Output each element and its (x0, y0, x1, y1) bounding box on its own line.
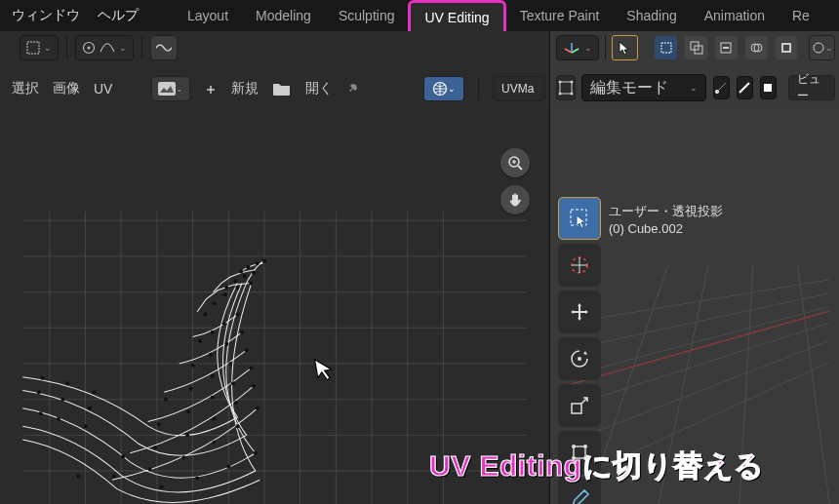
pencil-icon (568, 487, 591, 504)
svg-rect-0 (27, 42, 39, 54)
editor-type-button[interactable] (556, 75, 576, 100)
svg-point-62 (213, 417, 217, 421)
tool-cursor[interactable] (558, 244, 601, 287)
svg-point-77 (83, 424, 87, 428)
3d-viewport[interactable]: ユーザー・透視投影 (0) Cube.002 (550, 109, 839, 504)
chevron-down-icon: ⌄ (690, 83, 698, 93)
tab-shading[interactable]: Shading (613, 2, 690, 29)
select-mode-invert[interactable] (776, 36, 798, 59)
viewport-header-row1: ⌄ ⌄ (556, 35, 835, 60)
svg-point-58 (186, 409, 190, 413)
select-mode-intersect[interactable] (745, 36, 768, 59)
menu-help[interactable]: ヘルプ (98, 7, 139, 24)
axes-icon (563, 41, 580, 55)
svg-point-69 (181, 455, 185, 459)
vertex-select-button[interactable] (713, 76, 730, 99)
tab-texture-paint[interactable]: Texture Paint (506, 2, 614, 29)
edge-select-button[interactable] (737, 76, 753, 99)
svg-point-53 (189, 387, 193, 391)
top-menu-bar: ウィンドウ ヘルプ Layout Modeling Sculpting UV E… (0, 0, 839, 31)
viewport-info: ユーザー・透視投影 (0) Cube.002 (609, 203, 723, 238)
svg-point-101 (570, 81, 573, 84)
chevron-down-icon: ⌄ (119, 43, 127, 53)
tool-move[interactable] (558, 291, 601, 333)
plus-icon[interactable]: ＋ (204, 82, 218, 96)
svg-point-30 (256, 261, 260, 265)
svg-point-41 (203, 313, 207, 317)
svg-line-106 (739, 83, 749, 93)
projection-label: ユーザー・透視投影 (609, 203, 723, 220)
svg-point-67 (235, 424, 239, 428)
svg-point-76 (159, 485, 163, 489)
svg-point-73 (254, 451, 258, 455)
svg-point-55 (249, 367, 253, 370)
chevron-down-icon: ⌄ (448, 84, 456, 94)
svg-point-40 (213, 302, 217, 306)
svg-line-87 (565, 49, 572, 53)
globe-icon (432, 81, 448, 97)
svg-point-72 (76, 475, 80, 479)
tab-sculpting[interactable]: Sculpting (325, 2, 409, 29)
svg-point-98 (814, 43, 823, 53)
svg-point-71 (112, 475, 116, 479)
tab-rendering[interactable]: Re (779, 2, 823, 29)
tab-animation[interactable]: Animation (691, 2, 779, 29)
svg-point-2 (88, 47, 91, 50)
tab-layout[interactable]: Layout (174, 2, 242, 29)
svg-point-56 (231, 381, 235, 385)
svg-point-61 (234, 401, 238, 405)
select-mode-subtract[interactable] (715, 36, 738, 59)
proportional-icon (82, 41, 96, 55)
divider (66, 36, 67, 59)
svg-point-64 (153, 446, 157, 449)
new-image-button[interactable]: 新規 (231, 80, 259, 97)
folder-icon (272, 81, 292, 97)
mode-selector[interactable]: 編集モード ⌄ (581, 74, 706, 101)
chevron-down-icon: ⌄ (825, 43, 833, 53)
falloff-dropdown[interactable]: ⌄ (75, 35, 134, 60)
svg-point-33 (252, 270, 256, 274)
uv-sync-button[interactable] (150, 35, 178, 60)
image-browse-button[interactable]: ⌄ (151, 76, 190, 101)
svg-point-42 (235, 313, 239, 317)
tab-modeling[interactable]: Modeling (242, 2, 325, 29)
svg-point-85 (40, 376, 44, 380)
svg-point-54 (164, 398, 168, 402)
svg-rect-107 (764, 84, 772, 92)
tool-scale[interactable] (558, 384, 601, 427)
select-box-icon (568, 207, 591, 230)
select-mode-extend[interactable] (685, 36, 707, 59)
menu-window[interactable]: ウィンドウ (12, 7, 80, 24)
open-image-button[interactable]: 開く (305, 80, 333, 97)
menu-uv[interactable]: UV (94, 81, 112, 97)
select-mode-box[interactable] (655, 36, 677, 59)
svg-point-82 (37, 390, 41, 394)
svg-point-50 (245, 348, 249, 352)
move-icon (568, 300, 591, 324)
menu-select[interactable]: 選択 (12, 80, 39, 97)
svg-point-45 (198, 339, 202, 343)
svg-point-60 (252, 384, 256, 388)
pin-icon[interactable] (346, 80, 362, 98)
mode-label: 編集モード (590, 78, 668, 98)
view-menu[interactable]: ビュー (788, 75, 835, 100)
snap-dropdown[interactable]: ⌄ (20, 35, 59, 60)
uvmap-selector[interactable]: UVMa (493, 76, 545, 101)
menu-image[interactable]: 画像 (53, 80, 80, 97)
overlay-globe-button[interactable]: ⌄ (423, 76, 464, 101)
svg-point-46 (240, 330, 244, 334)
active-tool-indicator[interactable] (612, 35, 638, 60)
svg-rect-124 (572, 404, 581, 413)
object-name-label: (0) Cube.002 (609, 220, 723, 238)
tool-select-box[interactable] (558, 197, 601, 240)
svg-point-34 (243, 274, 247, 278)
gizmo-toggle[interactable]: ⌄ (809, 35, 835, 60)
svg-point-51 (228, 362, 232, 366)
tab-uv-editing[interactable]: UV Editing (408, 0, 505, 31)
tool-rotate[interactable] (558, 337, 601, 380)
orientation-dropdown[interactable]: ⌄ (556, 35, 599, 60)
cursor-3d-icon (568, 253, 591, 277)
svg-rect-89 (661, 43, 671, 53)
face-select-button[interactable] (760, 76, 777, 99)
svg-line-105 (717, 83, 726, 92)
